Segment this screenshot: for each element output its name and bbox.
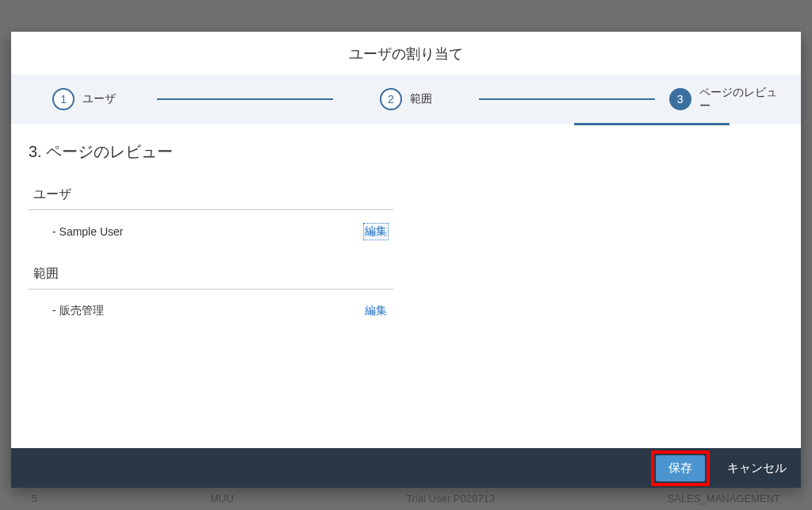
step-label: ページのレビュー bbox=[699, 86, 787, 113]
edit-scope-link[interactable]: 編集 bbox=[365, 304, 387, 318]
edit-user-link[interactable]: 編集 bbox=[365, 224, 387, 239]
save-button-highlight: 保存 bbox=[651, 451, 710, 486]
review-block-scope: 範囲 - 販売管理 編集 bbox=[29, 266, 393, 324]
save-button[interactable]: 保存 bbox=[656, 455, 705, 481]
step-connector bbox=[479, 98, 654, 100]
review-row: - 販売管理 編集 bbox=[29, 290, 393, 324]
wizard-stepper: 1 ユーザ 2 範囲 3 ページのレビュー bbox=[11, 75, 801, 124]
step-1-user[interactable]: 1 ユーザ bbox=[11, 88, 157, 110]
review-heading: ユーザ bbox=[29, 186, 393, 210]
dialog-content: 3. ページのレビュー ユーザ - Sample User 編集 範囲 - 販売… bbox=[11, 124, 801, 448]
bg-cell: 5 bbox=[32, 493, 37, 504]
bg-cell: Trial User P028713 bbox=[406, 493, 495, 504]
bg-cell: SALES_MANAGEMENT bbox=[668, 493, 780, 504]
step-connector bbox=[157, 98, 332, 100]
active-step-underline bbox=[574, 123, 730, 125]
dialog-title: ユーザの割り当て bbox=[11, 32, 801, 75]
cancel-button[interactable]: キャンセル bbox=[727, 461, 787, 476]
step-3-review[interactable]: 3 ページのレビュー bbox=[655, 86, 801, 113]
step-number-icon: 1 bbox=[52, 88, 75, 110]
step-label: ユーザ bbox=[82, 92, 116, 105]
review-value: - Sample User bbox=[52, 225, 123, 238]
review-block-user: ユーザ - Sample User 編集 bbox=[29, 186, 393, 245]
review-row: - Sample User 編集 bbox=[29, 210, 393, 245]
bg-cell: MUU bbox=[210, 493, 234, 504]
assign-users-dialog: ユーザの割り当て 1 ユーザ 2 範囲 3 ページのレビュー 3. ページのレビ… bbox=[11, 32, 801, 488]
background-table-row: 5 MUU Trial User P028713 SALES_MANAGEMEN… bbox=[0, 489, 812, 507]
step-number-icon: 3 bbox=[669, 88, 691, 110]
dialog-footer: 保存 キャンセル bbox=[11, 448, 801, 488]
step-label: 範囲 bbox=[410, 92, 432, 105]
step-number-icon: 2 bbox=[380, 88, 402, 110]
review-value: - 販売管理 bbox=[52, 304, 104, 318]
page-title: 3. ページのレビュー bbox=[29, 141, 779, 163]
step-2-scope[interactable]: 2 範囲 bbox=[333, 88, 479, 110]
review-heading: 範囲 bbox=[29, 266, 393, 290]
